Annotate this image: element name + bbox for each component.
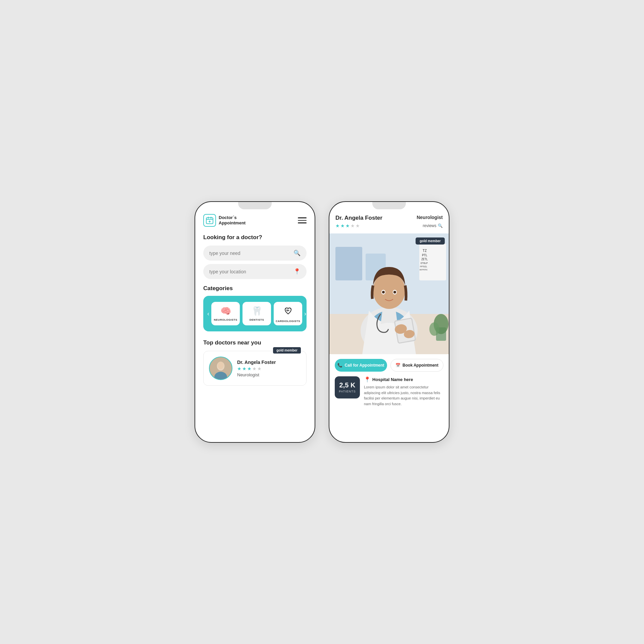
logo-icon (203, 214, 216, 227)
svg-text:TZ: TZ (423, 249, 427, 253)
cat-cards: 🧠 NEUROLOGISTS 🦷 DENTISTS (211, 302, 302, 325)
location-search-box[interactable]: 📍 (203, 264, 307, 279)
gold-badge-photo: gold member (416, 237, 445, 245)
svg-rect-13 (335, 247, 362, 280)
search-icon-reviews: 🔍 (438, 223, 443, 228)
phone-1: Doctor´s Appointment Looking for a docto… (195, 201, 315, 443)
need-search-box[interactable]: 🔍 (203, 246, 307, 261)
doctor-avatar (209, 357, 232, 380)
p2-doctor-name: Dr. Angela Foster (335, 215, 382, 221)
svg-text:ZETL: ZETL (421, 258, 428, 261)
categories-label: Categories (203, 285, 307, 292)
cat-card-cardiologists[interactable]: CARDIOLOGISTS (274, 302, 302, 325)
dentists-label: DENTISTS (250, 318, 264, 321)
svg-point-35 (429, 322, 439, 336)
phone-icon: 📞 (337, 363, 342, 368)
hospital-info: 📍 Hospital Name here Lorem ipsum dolor s… (364, 376, 443, 407)
calendar-icon: 📅 (395, 363, 400, 368)
cat-card-neurologists[interactable]: 🧠 NEUROLOGISTS (211, 302, 240, 325)
phone-2: Dr. Angela Foster Neurologist ★★★★★ revi… (329, 201, 449, 443)
dentists-icon: 🦷 (252, 306, 262, 316)
svg-point-9 (218, 362, 224, 369)
svg-text:PTL: PTL (422, 254, 427, 257)
svg-text:DEFPOTEC: DEFPOTEC (420, 269, 428, 271)
patients-box: 2,5 K PATIENTS (335, 376, 360, 398)
cat-prev-arrow[interactable]: ‹ (207, 310, 210, 317)
hospital-name-row: 📍 Hospital Name here (364, 376, 443, 383)
location-icon: 📍 (293, 268, 301, 275)
top-doctors-label: Top doctors near you (203, 339, 307, 346)
neurologists-icon: 🧠 (220, 306, 231, 316)
p2-stars: ★★★★★ (335, 223, 360, 228)
svg-text:FPTOZL: FPTOZL (420, 265, 427, 268)
looking-title: Looking for a doctor? (203, 234, 307, 241)
search-icon: 🔍 (293, 250, 301, 257)
need-input[interactable] (209, 251, 293, 256)
svg-point-28 (393, 291, 396, 293)
doctor-photo: TZ PTL ZETL ETOLP FPTOZL DEFPOTEC (329, 233, 449, 354)
hospital-desc: Lorem ipsum dolor sit amet consectetur a… (364, 384, 443, 407)
logo-text: Doctor´s Appointment (219, 215, 246, 225)
p2-reviews-row: ★★★★★ reviews 🔍 (335, 222, 443, 229)
cardiologists-label: CARDIOLOGISTS (276, 320, 300, 323)
location-pin-icon: 📍 (364, 376, 371, 383)
p2-info-row: 2,5 K PATIENTS 📍 Hospital Name here Lore… (329, 376, 449, 413)
phone-2-notch (372, 202, 406, 209)
phone1-logo: Doctor´s Appointment (203, 214, 246, 227)
doctor-stars: ★★★★★ (237, 366, 276, 371)
phone1-header: Doctor´s Appointment (203, 214, 307, 227)
phone-1-notch (238, 202, 272, 209)
hamburger-menu[interactable] (298, 217, 307, 223)
patients-label: PATIENTS (339, 390, 356, 393)
p2-actions: 📞 Call for Appointment 📅 Book Appointmen… (329, 354, 449, 376)
cat-card-dentists[interactable]: 🦷 DENTISTS (243, 302, 271, 325)
doctor-specialty: Neurologist (237, 372, 276, 377)
neurologists-label: NEUROLOGISTS (214, 318, 237, 321)
p2-specialty: Neurologist (417, 215, 443, 220)
categories-section: ‹ 🧠 NEUROLOGISTS 🦷 DENTISTS (203, 296, 307, 331)
location-input[interactable] (209, 269, 293, 274)
doctor-name: Dr. Angela Foster (237, 360, 276, 365)
doctor-card[interactable]: gold member Dr. Angela Foster ★★★★★ Neur… (203, 351, 307, 386)
gold-badge: gold member (273, 347, 301, 354)
doctor-info: Dr. Angela Foster ★★★★★ Neurologist (237, 360, 276, 377)
patients-count: 2,5 K (339, 382, 356, 388)
call-appointment-button[interactable]: 📞 Call for Appointment (335, 359, 387, 372)
svg-text:ETOLP: ETOLP (421, 262, 428, 265)
hospital-name: Hospital Name here (372, 377, 413, 382)
cat-next-arrow[interactable]: › (304, 310, 307, 317)
book-appointment-button[interactable]: 📅 Book Appointment (390, 359, 443, 372)
phone2-header: Dr. Angela Foster Neurologist ★★★★★ revi… (329, 209, 449, 233)
phones-container: Doctor´s Appointment Looking for a docto… (195, 201, 449, 443)
p2-name-row: Dr. Angela Foster Neurologist (335, 215, 443, 221)
reviews-link[interactable]: reviews 🔍 (423, 223, 443, 228)
cardiologists-icon (283, 306, 293, 318)
svg-point-27 (382, 291, 385, 293)
doctor-photo-bg: TZ PTL ZETL ETOLP FPTOZL DEFPOTEC (329, 233, 449, 354)
